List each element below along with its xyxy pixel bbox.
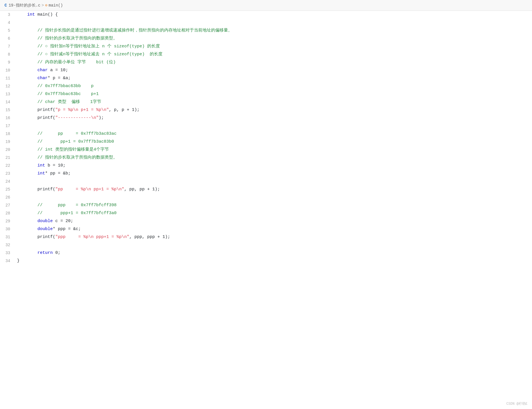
line-content: // ppp = 0x7ff7bfcff398 xyxy=(15,201,532,209)
code-line: 6 // 指针的步长取决于所指向的数据类型。 xyxy=(0,35,532,43)
line-number: 15 xyxy=(0,106,15,114)
token-kw: char xyxy=(17,68,48,73)
code-line: 16 printf("-------------\n"); xyxy=(0,114,532,122)
line-content: int* pp = &b; xyxy=(15,170,532,178)
code-line: 13 // 0x7ff7bbac63bc p+1 xyxy=(0,90,532,98)
line-number: 3 xyxy=(0,11,15,19)
line-number: 18 xyxy=(0,130,15,138)
code-line: 26 xyxy=(0,193,532,201)
line-content: // ○ 指针加n等于指针地址加上 n 个 sizeof(type) 的长度 xyxy=(15,43,532,50)
code-line: 17 xyxy=(0,122,532,130)
token-kw: int xyxy=(17,12,35,17)
line-content: printf("ppp = %p\n ppp+1 = %p\n", ppp, p… xyxy=(15,233,532,241)
token-plain: * ppp = &c; xyxy=(53,227,81,231)
line-number: 8 xyxy=(0,50,15,58)
token-cm: // 0x7ff7bbac63bc p+1 xyxy=(17,92,99,96)
line-content: // pp = 0x7ff7b3ac83ac xyxy=(15,130,532,138)
breadcrumb-func[interactable]: main() xyxy=(48,3,63,8)
breadcrumb-sep1: > xyxy=(41,3,44,8)
token-cm: // ppp+1 = 0x7ff7bfcff3a0 xyxy=(17,211,117,216)
token-plain: , pp, pp + 1); xyxy=(124,187,160,192)
line-number: 25 xyxy=(0,185,15,193)
code-line: 30 double* ppp = &c; xyxy=(0,225,532,233)
token-plain: printf( xyxy=(17,107,55,112)
line-number: 11 xyxy=(0,74,15,82)
line-content: printf("pp = %p\n pp+1 = %p\n", pp, pp +… xyxy=(15,185,532,193)
line-number: 12 xyxy=(0,82,15,90)
line-content xyxy=(15,122,532,130)
code-line: 8 // ○ 指针减n等于指针地址减去 n 个 sizeof(type) 的长度 xyxy=(0,50,532,58)
code-line: 21 // 指针的步长取决于所指向的数据类型。 xyxy=(0,154,532,162)
line-number: 24 xyxy=(0,178,15,185)
line-number: 30 xyxy=(0,225,15,233)
line-number: 7 xyxy=(0,43,15,50)
token-plain: * p = &a; xyxy=(48,76,71,81)
breadcrumb: C 19-指针的步长.c > ⊙ main() xyxy=(0,0,532,11)
code-line: 22 int b = 10; xyxy=(0,162,532,170)
line-content: char a = 10; xyxy=(15,66,532,74)
token-plain: main() { xyxy=(35,12,58,17)
line-number: 17 xyxy=(0,122,15,130)
token-str: "pp = %p\n pp+1 = %p\n" xyxy=(55,187,124,192)
token-str: "-------------\n" xyxy=(55,115,99,120)
line-number: 14 xyxy=(0,98,15,106)
code-line: 9 // 内存的最小单位 字节 bit (位) xyxy=(0,58,532,66)
code-line: 24 xyxy=(0,178,532,185)
token-str: "ppp = %p\n ppp+1 = %p\n" xyxy=(55,235,129,239)
token-kw: int xyxy=(17,163,45,168)
code-line: 3 int main() { xyxy=(0,11,532,19)
token-plain: , ppp, ppp + 1); xyxy=(129,235,170,239)
c-language-icon: C xyxy=(5,3,7,8)
line-content: // 内存的最小单位 字节 bit (位) xyxy=(15,58,532,66)
line-number: 6 xyxy=(0,35,15,43)
code-line: 10 char a = 10; xyxy=(0,66,532,74)
code-line: 19 // pp+1 = 0x7ff7b3ac83b0 xyxy=(0,138,532,146)
token-cm: // 0x7ff7bbac63bb p xyxy=(17,84,94,88)
line-number: 10 xyxy=(0,66,15,74)
token-cm: // pp = 0x7ff7b3ac83ac xyxy=(17,131,117,136)
token-kw: double xyxy=(17,227,53,231)
line-content: } xyxy=(15,257,532,265)
token-cm: // ppp = 0x7ff7bfcff398 xyxy=(17,203,117,208)
line-content: // int 类型的指针偏移量是4个字节 xyxy=(15,146,532,154)
code-line: 14 // char 类型 偏移 1字节 xyxy=(0,98,532,106)
token-plain: c = 20; xyxy=(53,219,73,224)
token-plain: 0; xyxy=(53,250,60,255)
code-line: 4 xyxy=(0,19,532,27)
code-line: 20 // int 类型的指针偏移量是4个字节 xyxy=(0,146,532,154)
line-number: 27 xyxy=(0,201,15,209)
token-cm: // 指针的步长取决于所指向的数据类型。 xyxy=(17,36,117,41)
line-number: 19 xyxy=(0,138,15,146)
line-content xyxy=(15,193,532,201)
line-content xyxy=(15,241,532,249)
line-content: int main() { xyxy=(15,11,532,19)
line-number: 29 xyxy=(0,217,15,225)
code-line: 7 // ○ 指针加n等于指针地址加上 n 个 sizeof(type) 的长度 xyxy=(0,43,532,50)
breadcrumb-file[interactable]: 19-指针的步长.c xyxy=(9,3,40,8)
code-line: 11 char* p = &a; xyxy=(0,74,532,82)
token-plain: * pp = &b; xyxy=(45,171,71,176)
line-content: printf("p = %p\n p+1 = %p\n", p, p + 1); xyxy=(15,106,532,114)
code-editor: 3 int main() {4 5 // 指针步长指的是通过指针进行递增或递减操… xyxy=(0,11,532,265)
watermark: CSDN @柠萌£ xyxy=(506,401,527,406)
token-cm: // ○ 指针减n等于指针地址减去 n 个 sizeof(type) 的长度 xyxy=(17,52,162,57)
token-cm: // 指针的步长取决于所指向的数据类型。 xyxy=(17,155,117,160)
token-plain: ); xyxy=(99,115,104,120)
token-plain: } xyxy=(17,258,20,263)
line-content: char* p = &a; xyxy=(15,74,532,82)
token-kw: int xyxy=(17,171,45,176)
code-line: 29 double c = 20; xyxy=(0,217,532,225)
code-line: 27 // ppp = 0x7ff7bfcff398 xyxy=(0,201,532,209)
token-kw: return xyxy=(17,250,53,255)
line-number: 22 xyxy=(0,162,15,170)
token-cm: // ○ 指针加n等于指针地址加上 n 个 sizeof(type) 的长度 xyxy=(17,44,160,49)
line-number: 13 xyxy=(0,90,15,98)
code-line: 15 printf("p = %p\n p+1 = %p\n", p, p + … xyxy=(0,106,532,114)
line-content: // ○ 指针减n等于指针地址减去 n 个 sizeof(type) 的长度 xyxy=(15,50,532,58)
token-cm: // 内存的最小单位 字节 bit (位) xyxy=(17,60,116,65)
token-str: "p = %p\n p+1 = %p\n" xyxy=(55,107,109,112)
token-cm: // char 类型 偏移 1字节 xyxy=(17,100,101,104)
line-number: 32 xyxy=(0,241,15,249)
line-content: // 指针的步长取决于所指向的数据类型。 xyxy=(15,154,532,162)
code-line: 32 xyxy=(0,241,532,249)
